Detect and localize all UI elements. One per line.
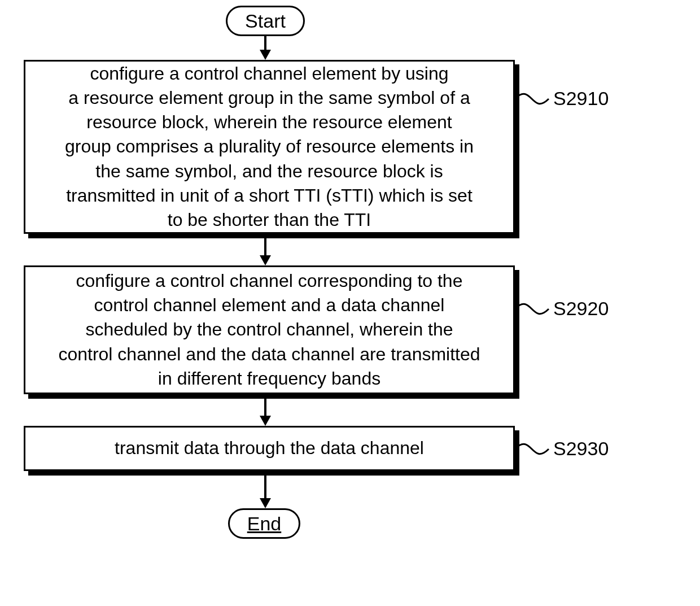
end-text: End (247, 513, 282, 535)
start-text: Start (245, 10, 286, 32)
flowchart-step-s2930: transmit data through the data channel (24, 426, 515, 471)
arrow-step1-step2 (264, 238, 266, 258)
arrow-head-step3-end (260, 498, 271, 508)
arrow-step2-step3 (264, 399, 266, 418)
flowchart-step-s2910: configure a control channel element by u… (24, 60, 515, 234)
step3-label: S2930 (553, 438, 609, 460)
step1-label: S2910 (553, 88, 609, 110)
step1-text: configure a control channel element by u… (65, 62, 474, 232)
flowchart-end: End (228, 508, 300, 539)
step3-text: transmit data through the data channel (115, 436, 424, 460)
arrow-head-step1-step2 (260, 255, 271, 265)
arrow-head-step2-step3 (260, 416, 271, 426)
step2-label: S2920 (553, 298, 609, 320)
arrow-step3-end (264, 476, 266, 500)
step2-text: configure a control channel correspondin… (58, 269, 480, 391)
flowchart-step-s2920: configure a control channel correspondin… (24, 265, 515, 394)
flowchart-start: Start (226, 6, 305, 36)
arrow-head-start-step1 (260, 50, 271, 60)
